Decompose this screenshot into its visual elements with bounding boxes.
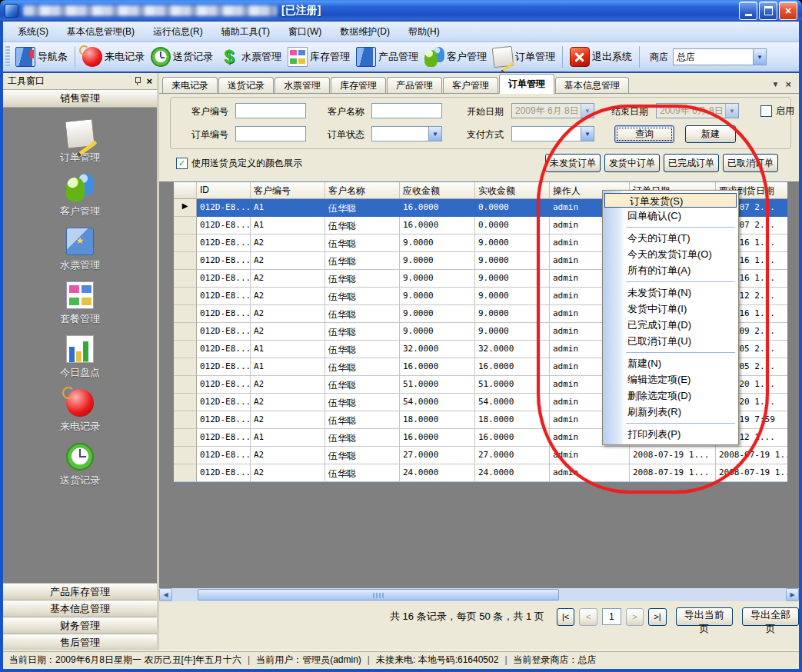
- customer-no-input[interactable]: [235, 103, 306, 118]
- grid-column-header[interactable]: ID: [197, 182, 251, 199]
- sidebar-item[interactable]: 来电记录: [60, 389, 100, 434]
- menu-item[interactable]: 数据维护(D): [331, 23, 398, 41]
- sidebar-item[interactable]: 订单管理: [60, 120, 100, 165]
- chevron-down-icon[interactable]: ▼: [753, 49, 766, 65]
- menu-item[interactable]: 基本信息管理(B): [58, 23, 143, 41]
- context-menu-item[interactable]: 所有的订单(A): [603, 262, 738, 278]
- horizontal-scrollbar[interactable]: ◀ ▶: [159, 588, 799, 601]
- sidebar-section-sales[interactable]: 销售管理: [3, 90, 157, 108]
- order-status-select[interactable]: ▼: [371, 126, 442, 141]
- tab[interactable]: 产品管理: [387, 77, 442, 93]
- context-menu-item[interactable]: 未发货订单(N): [603, 284, 738, 301]
- scrollbar-thumb[interactable]: [198, 589, 559, 600]
- scroll-left-icon[interactable]: ◀: [159, 588, 172, 601]
- context-menu-item[interactable]: 删除选定项(D): [603, 388, 738, 404]
- status-filter-button[interactable]: 已完成订单: [664, 154, 719, 172]
- sidebar-item[interactable]: 套餐管理: [60, 281, 100, 326]
- close-button[interactable]: ×: [779, 2, 797, 20]
- row-selector-cell[interactable]: [174, 447, 197, 464]
- row-selector-cell[interactable]: [174, 270, 197, 288]
- status-filter-button[interactable]: 未发货订单: [545, 154, 601, 172]
- sidebar-item[interactable]: 水票管理: [60, 228, 100, 272]
- context-menu-item[interactable]: 订单发货(S): [604, 193, 737, 208]
- next-page-button[interactable]: >: [626, 608, 644, 626]
- table-row[interactable]: 012D-E8... A2 伍华聪 24.0000 24.0000 admin …: [174, 464, 787, 482]
- context-menu-item[interactable]: 回单确认(C): [603, 208, 738, 224]
- calendar-dropdown-icon[interactable]: ▼: [581, 104, 594, 118]
- export-all-pages-button[interactable]: 导出全部页: [742, 607, 799, 626]
- row-selector-cell[interactable]: [174, 252, 197, 270]
- row-selector-cell[interactable]: [174, 429, 197, 447]
- context-menu-item[interactable]: 新建(N): [603, 355, 738, 371]
- shop-select[interactable]: 总店 ▼: [673, 48, 767, 65]
- order-no-input[interactable]: [235, 126, 306, 141]
- maximize-button[interactable]: [759, 2, 777, 20]
- color-display-checkbox-box[interactable]: ✓: [176, 158, 188, 169]
- export-current-page-button[interactable]: 导出当前页: [676, 607, 733, 626]
- tab-list-dropdown-icon[interactable]: ▼: [772, 80, 780, 88]
- tab-close-icon[interactable]: ×: [785, 78, 791, 90]
- tab[interactable]: 基本信息管理: [555, 77, 629, 93]
- status-filter-button[interactable]: 发货中订单: [604, 154, 660, 172]
- sidebar-group-button[interactable]: 售后管理: [3, 634, 157, 650]
- context-menu-item[interactable]: [603, 420, 738, 426]
- toolbar-button[interactable]: 水票管理: [216, 45, 285, 68]
- pin-icon[interactable]: [134, 77, 141, 85]
- sidebar-group-button[interactable]: 产品库存管理: [3, 583, 157, 600]
- menu-item[interactable]: 运行信息(R): [145, 23, 211, 41]
- toolbar-button[interactable]: 库存管理: [285, 45, 353, 68]
- context-menu-item[interactable]: 打印列表(P): [603, 426, 738, 442]
- row-selector-cell[interactable]: [174, 358, 197, 376]
- customer-name-input[interactable]: [371, 103, 442, 118]
- grid-column-header[interactable]: 实收金额: [475, 182, 550, 199]
- chevron-down-icon[interactable]: ▼: [428, 127, 441, 141]
- toolbar-button[interactable]: 产品管理: [353, 45, 421, 68]
- context-menu-item[interactable]: 已完成订单(D): [603, 317, 738, 333]
- first-page-button[interactable]: |<: [557, 608, 575, 626]
- sidebar-item[interactable]: 客户管理: [60, 174, 100, 218]
- toolbar-button[interactable]: [562, 46, 563, 68]
- sidebar-item[interactable]: 送货记录: [60, 443, 100, 487]
- menu-item[interactable]: 帮助(H): [400, 23, 448, 41]
- context-menu-item[interactable]: 今天的订单(T): [603, 230, 738, 246]
- context-menu-item[interactable]: 今天的发货订单(O): [603, 246, 738, 262]
- minimize-button[interactable]: [739, 2, 757, 20]
- context-menu-item[interactable]: 已取消订单(U): [603, 333, 738, 349]
- enable-checkbox[interactable]: 启用: [760, 105, 794, 118]
- sidebar-group-button[interactable]: 基本信息管理: [3, 600, 157, 617]
- color-display-checkbox[interactable]: ✓ 使用送货员定义的颜色展示: [176, 157, 302, 170]
- context-menu-item[interactable]: 编辑选定项(E): [603, 371, 738, 388]
- row-selector-cell[interactable]: [174, 323, 197, 341]
- row-selector-cell[interactable]: ▶: [174, 199, 197, 217]
- calendar-dropdown-icon[interactable]: ▼: [725, 104, 738, 118]
- menu-item[interactable]: 窗口(W): [280, 23, 330, 41]
- row-selector-cell[interactable]: [174, 464, 197, 482]
- menu-item[interactable]: 辅助工具(T): [213, 23, 278, 41]
- toolbar-button[interactable]: [75, 46, 75, 68]
- grid-column-header[interactable]: [174, 182, 197, 199]
- menu-item[interactable]: 系统(S): [9, 23, 57, 41]
- context-menu-item[interactable]: [603, 349, 738, 355]
- toolbar-grip[interactable]: [5, 46, 10, 68]
- row-selector-cell[interactable]: [174, 305, 197, 323]
- page-number-input[interactable]: 1: [602, 608, 621, 625]
- last-page-button[interactable]: >|: [648, 608, 667, 626]
- toolbar-button[interactable]: 退出系统: [567, 45, 635, 68]
- row-selector-cell[interactable]: [174, 411, 197, 429]
- new-button[interactable]: 新建: [685, 125, 736, 143]
- row-selector-cell[interactable]: [174, 235, 197, 252]
- row-selector-cell[interactable]: [174, 341, 197, 358]
- pay-method-select[interactable]: ▼: [511, 126, 594, 141]
- tab[interactable]: 订单管理: [499, 74, 554, 94]
- status-filter-button[interactable]: 已取消订单: [723, 154, 778, 172]
- sidebar-item[interactable]: 今日盘点: [60, 335, 100, 380]
- context-menu-item[interactable]: 发货中订单(I): [603, 301, 738, 317]
- query-button[interactable]: 查询: [614, 125, 674, 143]
- scroll-right-icon[interactable]: ▶: [786, 588, 799, 601]
- grid-column-header[interactable]: 应收金额: [400, 182, 475, 199]
- tab[interactable]: 送货记录: [218, 77, 274, 93]
- prev-page-button[interactable]: <: [579, 608, 597, 626]
- enable-checkbox-box[interactable]: [760, 105, 772, 117]
- toolbar-button[interactable]: 客户管理: [421, 45, 490, 68]
- row-selector-cell[interactable]: [174, 394, 197, 411]
